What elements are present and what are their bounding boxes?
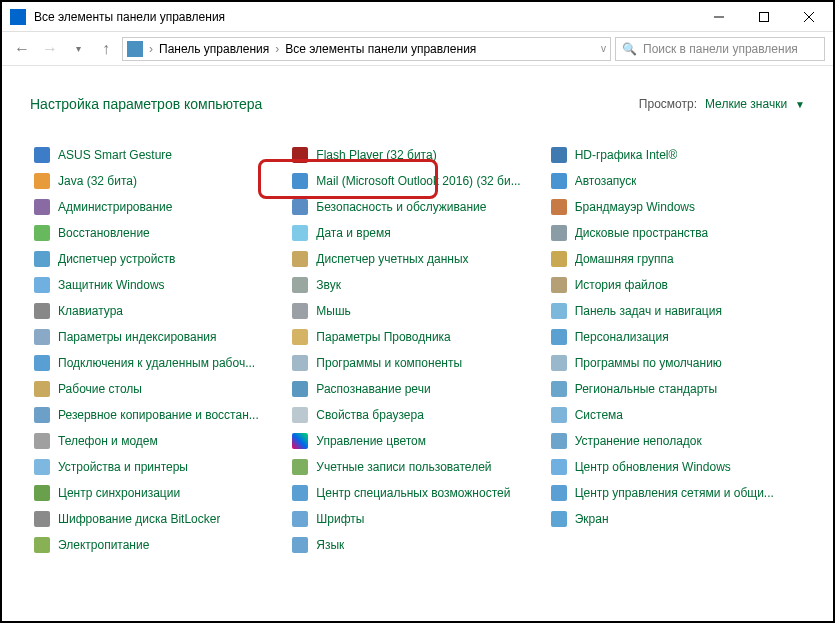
back-button[interactable]: ← — [10, 37, 34, 61]
control-panel-item[interactable]: Брандмауэр Windows — [547, 194, 805, 220]
item-label: Программы по умолчанию — [575, 356, 722, 370]
item-icon — [292, 459, 308, 475]
control-panel-item[interactable]: Параметры Проводника — [288, 324, 546, 350]
control-panel-item[interactable]: Программы и компоненты — [288, 350, 546, 376]
control-panel-item[interactable]: Язык — [288, 532, 546, 558]
up-button[interactable]: ↑ — [94, 37, 118, 61]
item-label: Брандмауэр Windows — [575, 200, 695, 214]
recent-dropdown[interactable]: ▾ — [66, 37, 90, 61]
control-panel-item[interactable]: Автозапуск — [547, 168, 805, 194]
control-panel-item[interactable]: Flash Player (32 бита) — [288, 142, 546, 168]
item-icon — [292, 277, 308, 293]
item-icon — [34, 433, 50, 449]
item-label: История файлов — [575, 278, 668, 292]
control-panel-item[interactable]: История файлов — [547, 272, 805, 298]
item-label: Центр управления сетями и общи... — [575, 486, 774, 500]
control-panel-item[interactable]: Центр специальных возможностей — [288, 480, 546, 506]
forward-button[interactable]: → — [38, 37, 62, 61]
item-icon — [551, 407, 567, 423]
search-input[interactable]: 🔍 Поиск в панели управления — [615, 37, 825, 61]
item-label: Персонализация — [575, 330, 669, 344]
control-panel-item[interactable]: Центр обновления Windows — [547, 454, 805, 480]
control-panel-item[interactable]: Центр синхронизации — [30, 480, 288, 506]
control-panel-item[interactable]: Шифрование диска BitLocker — [30, 506, 288, 532]
item-icon — [551, 511, 567, 527]
view-selector[interactable]: Просмотр: Мелкие значки ▼ — [639, 97, 805, 111]
control-panel-item[interactable]: Безопасность и обслуживание — [288, 194, 546, 220]
control-panel-item[interactable]: Программы по умолчанию — [547, 350, 805, 376]
control-panel-item[interactable]: Диспетчер учетных данных — [288, 246, 546, 272]
breadcrumb-seg2[interactable]: Все элементы панели управления — [285, 42, 476, 56]
close-button[interactable] — [786, 3, 831, 31]
item-icon — [292, 355, 308, 371]
item-label: Звук — [316, 278, 341, 292]
control-panel-item[interactable]: Дисковые пространства — [547, 220, 805, 246]
control-panel-item[interactable]: Региональные стандарты — [547, 376, 805, 402]
control-panel-item[interactable]: ASUS Smart Gesture — [30, 142, 288, 168]
item-label: Свойства браузера — [316, 408, 424, 422]
item-label: Программы и компоненты — [316, 356, 462, 370]
control-panel-item[interactable]: Управление цветом — [288, 428, 546, 454]
control-panel-item[interactable]: Домашняя группа — [547, 246, 805, 272]
control-panel-item[interactable]: Резервное копирование и восстан... — [30, 402, 288, 428]
control-panel-item[interactable]: Восстановление — [30, 220, 288, 246]
item-icon — [551, 303, 567, 319]
item-label: Устройства и принтеры — [58, 460, 188, 474]
control-panel-item[interactable]: Устранение неполадок — [547, 428, 805, 454]
item-icon — [292, 147, 308, 163]
control-panel-item[interactable]: Свойства браузера — [288, 402, 546, 428]
control-panel-item[interactable]: Распознавание речи — [288, 376, 546, 402]
maximize-button[interactable] — [741, 3, 786, 31]
control-panel-item[interactable]: Телефон и модем — [30, 428, 288, 454]
item-label: Дисковые пространства — [575, 226, 709, 240]
item-icon — [292, 329, 308, 345]
item-icon — [551, 251, 567, 267]
item-label: Администрирование — [58, 200, 172, 214]
control-panel-item[interactable]: Шрифты — [288, 506, 546, 532]
control-panel-item[interactable]: Система — [547, 402, 805, 428]
item-icon — [34, 225, 50, 241]
item-label: HD-графика Intel® — [575, 148, 678, 162]
item-icon — [34, 277, 50, 293]
item-label: Диспетчер учетных данных — [316, 252, 468, 266]
item-label: Защитник Windows — [58, 278, 165, 292]
control-panel-item[interactable]: Электропитание — [30, 532, 288, 558]
item-icon — [34, 537, 50, 553]
control-panel-item[interactable]: Клавиатура — [30, 298, 288, 324]
control-panel-item[interactable]: Параметры индексирования — [30, 324, 288, 350]
control-panel-item[interactable]: Учетные записи пользователей — [288, 454, 546, 480]
control-panel-item[interactable]: Экран — [547, 506, 805, 532]
item-icon — [292, 173, 308, 189]
svg-line-3 — [804, 12, 814, 22]
address-bar[interactable]: › Панель управления › Все элементы панел… — [122, 37, 611, 61]
search-icon: 🔍 — [622, 42, 637, 56]
chevron-right-icon: › — [149, 42, 153, 56]
control-panel-item[interactable]: Мышь — [288, 298, 546, 324]
item-icon — [551, 459, 567, 475]
minimize-button[interactable] — [696, 3, 741, 31]
header-row: Настройка параметров компьютера Просмотр… — [30, 90, 805, 118]
address-dropdown-icon[interactable]: v — [601, 43, 606, 54]
control-panel-item[interactable]: Mail (Microsoft Outlook 2016) (32 би... — [288, 168, 546, 194]
control-panel-item[interactable]: Дата и время — [288, 220, 546, 246]
control-panel-icon — [127, 41, 143, 57]
control-panel-item[interactable]: Подключения к удаленным рабоч... — [30, 350, 288, 376]
control-panel-item[interactable]: Java (32 бита) — [30, 168, 288, 194]
view-label: Просмотр: — [639, 97, 697, 111]
svg-line-2 — [804, 12, 814, 22]
control-panel-item[interactable]: Звук — [288, 272, 546, 298]
control-panel-item[interactable]: Администрирование — [30, 194, 288, 220]
control-panel-item[interactable]: Диспетчер устройств — [30, 246, 288, 272]
control-panel-item[interactable]: Защитник Windows — [30, 272, 288, 298]
control-panel-item[interactable]: Персонализация — [547, 324, 805, 350]
breadcrumb-seg1[interactable]: Панель управления — [159, 42, 269, 56]
window-title: Все элементы панели управления — [34, 10, 696, 24]
item-icon — [34, 407, 50, 423]
control-panel-item[interactable]: Устройства и принтеры — [30, 454, 288, 480]
control-panel-item[interactable]: Панель задач и навигация — [547, 298, 805, 324]
control-panel-item[interactable]: Центр управления сетями и общи... — [547, 480, 805, 506]
control-panel-item[interactable]: HD-графика Intel® — [547, 142, 805, 168]
item-icon — [551, 329, 567, 345]
control-panel-item[interactable]: Рабочие столы — [30, 376, 288, 402]
item-icon — [551, 173, 567, 189]
